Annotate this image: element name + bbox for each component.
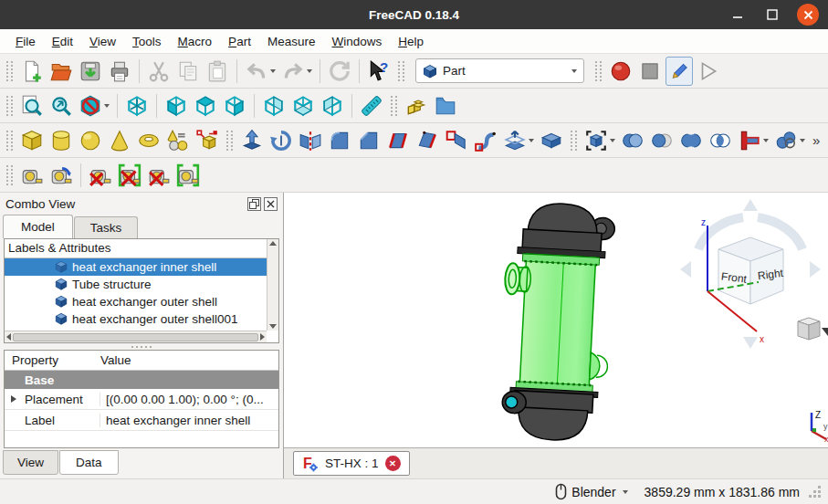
- chamfer-button[interactable]: [355, 126, 383, 155]
- part-cylinder-button[interactable]: [47, 126, 75, 155]
- redo-button[interactable]: [279, 57, 314, 86]
- toolbar-grip[interactable]: [6, 165, 13, 185]
- toolbar-grip[interactable]: [398, 61, 404, 81]
- navcube-up-arrow[interactable]: [743, 199, 758, 211]
- maximize-button[interactable]: [762, 5, 782, 25]
- measure-angular-button[interactable]: [47, 161, 75, 190]
- toolbar-grip[interactable]: [226, 131, 233, 151]
- scroll-thumb[interactable]: [13, 333, 258, 341]
- left-view-button[interactable]: [319, 91, 346, 121]
- tree-vertical-scrollbar[interactable]: [267, 239, 278, 331]
- whats-this-button[interactable]: ?: [365, 57, 393, 86]
- create-part-button[interactable]: [403, 91, 430, 121]
- tree-item-heat-exchanger-outer-shell001[interactable]: heat exchanger outer shell001: [5, 310, 278, 328]
- fit-all-button[interactable]: [18, 91, 46, 121]
- menu-macro[interactable]: Macro: [170, 31, 221, 52]
- boolean-button[interactable]: [619, 126, 646, 155]
- measure-linear-button[interactable]: [18, 161, 46, 190]
- toggle-dimensions-button[interactable]: [174, 161, 202, 190]
- cut-boolean-button[interactable]: [648, 126, 676, 155]
- refresh-button[interactable]: [326, 57, 353, 86]
- front-view-button[interactable]: [162, 91, 190, 121]
- fillet-button[interactable]: [326, 126, 353, 155]
- navcube-down-arrow[interactable]: [743, 337, 758, 349]
- toolbar-grip[interactable]: [6, 131, 13, 151]
- toolbar-grip[interactable]: [595, 61, 602, 81]
- mirror-button[interactable]: [297, 126, 324, 155]
- scroll-left-arrow[interactable]: [6, 333, 11, 341]
- extrude-button[interactable]: [238, 126, 266, 155]
- measure-distance-button[interactable]: [358, 91, 385, 121]
- close-button[interactable]: [797, 4, 819, 26]
- save-document-button[interactable]: [77, 57, 104, 86]
- toolbar-grip[interactable]: [6, 61, 13, 81]
- 3d-canvas[interactable]: Front Right z x: [284, 193, 828, 447]
- tree-horizontal-scrollbar[interactable]: [5, 331, 267, 342]
- scroll-right-arrow[interactable]: [260, 333, 265, 341]
- offset-button[interactable]: [501, 126, 536, 155]
- scroll-down-arrow[interactable]: [269, 324, 277, 329]
- part-box-button[interactable]: [18, 126, 46, 155]
- union-button[interactable]: [677, 126, 705, 155]
- tree-item-heat-exchanger-outer-shell[interactable]: heat exchanger outer shell: [5, 293, 278, 310]
- rear-view-button[interactable]: [260, 91, 288, 121]
- part-cone-button[interactable]: [106, 126, 133, 155]
- toolbar-grip[interactable]: [571, 131, 577, 151]
- property-row-label[interactable]: Label heat exchanger inner shell: [5, 410, 278, 431]
- clear-measurements-button[interactable]: [87, 161, 114, 190]
- tree-item-tube-structure[interactable]: Tube structure: [5, 276, 278, 293]
- copy-button[interactable]: [174, 57, 202, 86]
- part-primitives-button[interactable]: [164, 126, 192, 155]
- menu-measure[interactable]: Measure: [259, 31, 324, 52]
- undo-button[interactable]: [243, 57, 278, 86]
- workbench-selector[interactable]: Part: [415, 58, 584, 83]
- navcube-menu-button[interactable]: [798, 318, 828, 340]
- menu-file[interactable]: File: [7, 31, 44, 52]
- thickness-button[interactable]: [538, 126, 565, 155]
- menu-part[interactable]: Part: [220, 31, 259, 52]
- navigation-cube[interactable]: Front Right z x: [673, 193, 828, 357]
- navcube-right-arrow[interactable]: [810, 261, 821, 278]
- property-row-placement[interactable]: Placement [(0.00 0.00 1.00); 0.00 °; (0.…: [5, 389, 278, 410]
- open-document-button[interactable]: [47, 57, 75, 86]
- part-torus-button[interactable]: [135, 126, 162, 155]
- property-group-base[interactable]: Base: [5, 371, 278, 389]
- shape-builder-button[interactable]: [194, 126, 221, 155]
- navcube-left-arrow[interactable]: [680, 261, 691, 278]
- toggle-all-measurements-button[interactable]: [116, 161, 143, 190]
- tab-data[interactable]: Data: [59, 450, 119, 475]
- macro-stop-button[interactable]: [636, 57, 664, 86]
- menu-edit[interactable]: Edit: [44, 31, 81, 52]
- tab-view[interactable]: View: [3, 450, 58, 475]
- fit-selection-button[interactable]: [47, 91, 75, 121]
- split-button[interactable]: [736, 126, 770, 155]
- toolbar-overflow-button[interactable]: »: [809, 132, 823, 148]
- compound-button[interactable]: [582, 126, 617, 155]
- new-document-button[interactable]: [18, 57, 46, 86]
- join-button[interactable]: [772, 126, 807, 155]
- scroll-up-arrow[interactable]: [269, 241, 277, 246]
- toggle-3d-measurements-button[interactable]: [145, 161, 173, 190]
- revolve-button[interactable]: [267, 126, 295, 155]
- tab-model[interactable]: Model: [3, 215, 73, 238]
- draw-style-button[interactable]: [77, 91, 111, 121]
- print-button[interactable]: [106, 57, 133, 86]
- menu-view[interactable]: View: [81, 31, 124, 52]
- cut-button[interactable]: [145, 57, 173, 86]
- document-tab-st-hx[interactable]: F ST-HX : 1 ✕: [293, 451, 410, 476]
- macro-edit-button[interactable]: [666, 57, 693, 86]
- tab-tasks[interactable]: Tasks: [74, 216, 139, 238]
- menu-help[interactable]: Help: [390, 31, 432, 52]
- menu-tools[interactable]: Tools: [124, 31, 170, 52]
- navigation-style-selector[interactable]: Blender: [555, 483, 627, 500]
- macro-record-button[interactable]: [607, 57, 634, 86]
- loft-button[interactable]: [443, 126, 470, 155]
- minimize-button[interactable]: [728, 5, 748, 25]
- toolbar-grip[interactable]: [6, 96, 13, 116]
- dock-splitter[interactable]: [0, 343, 283, 350]
- menu-windows[interactable]: Windows: [323, 31, 390, 52]
- right-view-button[interactable]: [221, 91, 248, 121]
- window-resize-grip[interactable]: [818, 495, 821, 498]
- create-group-button[interactable]: [432, 91, 459, 121]
- bottom-view-button[interactable]: [289, 91, 317, 121]
